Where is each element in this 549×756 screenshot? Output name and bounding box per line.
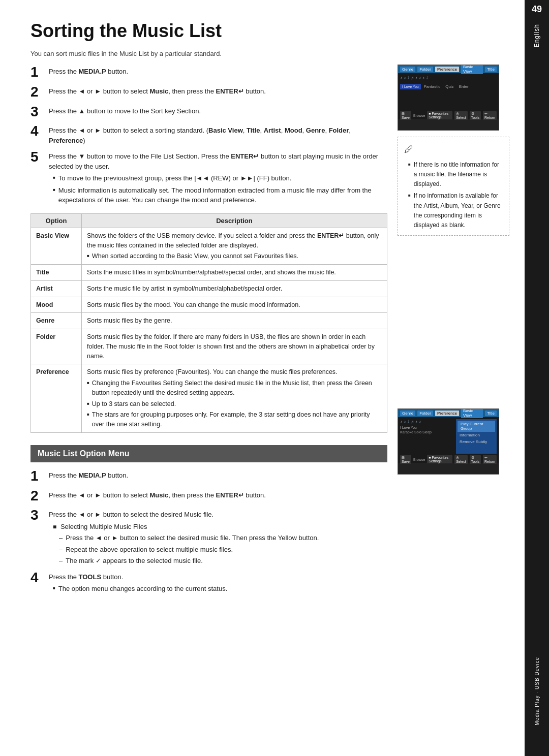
step-5-content: Press the ▼ button to move to the File L…: [49, 149, 387, 205]
step-1-content: Press the MEDIA.P button.: [49, 65, 387, 77]
screen-image-2: Genre Folder Preference Basic View Title…: [398, 408, 499, 475]
note-item-2: If no information is available for the A…: [404, 191, 503, 230]
option-basic-view: Basic View: [31, 228, 82, 264]
btn-fav: ■ Favourites Settings: [427, 111, 452, 119]
tab2-title: Title: [485, 411, 497, 416]
tab2-basic: Basic View: [461, 408, 483, 418]
btn2-return: ↩ Return: [483, 455, 497, 464]
option-step-2-number: 2: [30, 488, 49, 504]
option-preference: Preference: [31, 364, 82, 433]
table-row-basic-view: Basic View Shows the folders of the USB …: [31, 228, 387, 264]
btn2-save: ⊞ Save: [400, 455, 411, 464]
option-step-4-content: Press the TOOLS button. The option menu …: [49, 570, 387, 594]
sort-table: Option Description Basic View Shows the …: [30, 213, 387, 433]
sidebar: 49 English Media Play · USB Device: [525, 0, 549, 756]
basic-view-bullet: When sorted according to the Basic View,…: [87, 251, 382, 261]
desc-folder: Sorts music files by the folder. If ther…: [82, 329, 387, 364]
option-step-4: 4 Press the TOOLS button. The option men…: [30, 570, 387, 594]
option-step-2-content: Press the ◄ or ► button to select Music,…: [49, 488, 387, 500]
option-step-3-content: Press the ◄ or ► button to select the de…: [49, 508, 387, 566]
table-header-description: Description: [82, 213, 387, 228]
music-list-option-menu-header: Music List Option Menu: [30, 445, 387, 462]
table-header-option: Option: [31, 213, 82, 228]
option-title: Title: [31, 265, 82, 281]
option-mood: Mood: [31, 297, 82, 313]
desc-genre: Sorts music files by the genre.: [82, 313, 387, 329]
option-step-3: 3 Press the ◄ or ► button to select the …: [30, 508, 387, 566]
table-row-genre: Genre Sorts music files by the genre.: [31, 313, 387, 329]
step-2-number: 2: [30, 84, 49, 100]
tab-basic: Basic View: [461, 65, 483, 74]
tab2-preference: Preference: [435, 411, 459, 416]
table-row-preference: Preference Sorts music files by preferen…: [31, 364, 387, 433]
step-5-number: 5: [30, 149, 49, 165]
option-step-4-bullet: The option menu changes according to the…: [49, 584, 387, 594]
option-step-3-sub-3: The mark ✓ appears to the selected music…: [49, 556, 387, 566]
page-title: Sorting the Music List: [30, 20, 509, 42]
option-step-2: 2 Press the ◄ or ► button to select Musi…: [30, 488, 387, 504]
tab-folder: Folder: [417, 67, 433, 72]
btn2-select: ◎ Select: [454, 455, 467, 464]
tab2-folder: Folder: [417, 411, 433, 416]
desc-basic-view: Shows the folders of the USB memory devi…: [82, 228, 387, 264]
tab-preference: Preference: [435, 67, 459, 72]
option-genre: Genre: [31, 313, 82, 329]
table-row-mood: Mood Sorts music files by the mood. You …: [31, 297, 387, 313]
page-container: Sorting the Music List You can sort musi…: [0, 0, 549, 756]
option-step-3-number: 3: [30, 508, 49, 523]
selecting-multiple-label: ■ Selecting Multiple Music Files: [49, 522, 387, 532]
note-box: 🖊 If there is no title information for a…: [398, 137, 509, 236]
screen-image-1: Genre Folder Preference Basic View Title…: [398, 65, 499, 131]
step-5: 5 Press the ▼ button to move to the File…: [30, 149, 387, 205]
desc-mood: Sorts music files by the mood. You can c…: [82, 297, 387, 313]
option-step-3-sub-1: Press the ◄ or ► button to select the de…: [49, 533, 387, 543]
table-row-title: Title Sorts the music titles in symbol/n…: [31, 265, 387, 281]
screen-top-bar-2: Genre Folder Preference Basic View Title: [398, 409, 499, 417]
two-column-layout: 1 Press the MEDIA.P button. 2 Press the …: [30, 65, 509, 599]
step-4: 4 Press the ◄ or ► button to select a so…: [30, 123, 387, 145]
btn-return: ↩ Return: [483, 111, 497, 120]
right-column: Genre Folder Preference Basic View Title…: [398, 65, 509, 599]
step-4-content: Press the ◄ or ► button to select a sort…: [49, 123, 387, 145]
desc-preference: Sorts music files by preference (Favouri…: [82, 364, 387, 433]
menu-current-group: Play Current Group: [458, 421, 495, 432]
option-artist: Artist: [31, 280, 82, 297]
note-icon: 🖊: [404, 142, 503, 157]
tab-title: Title: [485, 67, 497, 72]
page-number: 49: [525, 0, 549, 19]
left-column: 1 Press the MEDIA.P button. 2 Press the …: [30, 65, 387, 599]
step-5-bullet-1: To move to the previous/next group, pres…: [49, 173, 387, 183]
option-step-3-sub-2: Repeat the above operation to select mul…: [49, 545, 387, 555]
tab2-genre: Genre: [400, 411, 415, 416]
option-step-1: 1 Press the MEDIA.P button.: [30, 468, 387, 484]
btn-select: ◎ Select: [454, 111, 467, 120]
tab-genre: Genre: [400, 67, 415, 72]
intro-text: You can sort music files in the Music Li…: [30, 50, 509, 57]
btn-save: ⊞ Save: [400, 111, 411, 120]
screen-bottom-bar-2: ⊞ Save Browse ■ Favourites Settings ◎ Se…: [398, 456, 499, 463]
step-3-number: 3: [30, 104, 49, 120]
step-1-number: 1: [30, 65, 49, 80]
step-1: 1 Press the MEDIA.P button.: [30, 65, 387, 80]
btn-tools: ⚙ Tools: [470, 111, 481, 120]
step-2: 2 Press the ◄ or ► button to select Musi…: [30, 84, 387, 100]
option-menu-steps: 1 Press the MEDIA.P button. 2 Press the …: [30, 468, 387, 594]
preference-bullet-1: Changing the Favourites Setting Select t…: [87, 379, 382, 398]
note-item-1: If there is no title information for a m…: [404, 160, 503, 190]
screen-bottom-bar-1: ⊞ Save Browse ■ Favourites Settings ◎ Se…: [398, 112, 499, 119]
table-row-artist: Artist Sorts the music file by artist in…: [31, 280, 387, 297]
option-step-4-number: 4: [30, 570, 49, 586]
step-3-content: Press the ▲ button to move to the Sort k…: [49, 104, 387, 116]
step-4-number: 4: [30, 123, 49, 139]
preference-bullet-3: The stars are for grouping purposes only…: [87, 410, 382, 429]
option-step-1-number: 1: [30, 468, 49, 484]
step-2-content: Press the ◄ or ► button to select Music,…: [49, 84, 387, 97]
btn2-fav: ■ Favourites Settings: [427, 455, 452, 463]
desc-title: Sorts the music titles in symbol/number/…: [82, 265, 387, 281]
step-5-bullet-2: Music information is automatically set. …: [49, 185, 387, 205]
screen-top-bar-1: Genre Folder Preference Basic View Title: [398, 65, 499, 73]
side-label-media: Media Play · USB Device: [534, 657, 540, 726]
preference-bullet-2: Up to 3 stars can be selected.: [87, 399, 382, 409]
main-content: Sorting the Music List You can sort musi…: [0, 0, 525, 756]
step-3: 3 Press the ▲ button to move to the Sort…: [30, 104, 387, 120]
